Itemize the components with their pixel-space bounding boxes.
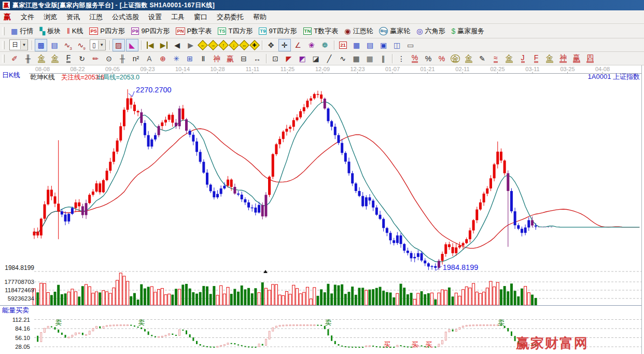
menu-trade[interactable]: 交易委托 [212, 11, 248, 23]
tool-percent-ladder[interactable]: ⋮ [395, 52, 408, 65]
tool-dense-grid-1[interactable]: ▦ [350, 52, 362, 65]
tool-next-bar[interactable]: ▶ [185, 39, 197, 51]
tool-fan-red[interactable]: ◤ [283, 52, 295, 65]
tool-qiankun-pattern[interactable]: ▨ [113, 39, 125, 51]
tool-crosshair-tool[interactable]: ✛ [278, 39, 291, 51]
tool-price-ruler[interactable]: ╫ [116, 52, 129, 65]
tool-time-circle[interactable]: ⊙ [103, 52, 115, 65]
tool-circle-target[interactable]: ⊕ [157, 52, 169, 65]
tool-cycle-spiral[interactable]: ↻ [76, 52, 88, 65]
p-square[interactable]: PSP四方形 [86, 25, 128, 37]
tool-brush-mark[interactable]: ✎ [476, 52, 488, 65]
menu-logo-icon[interactable]: 赢 [4, 12, 11, 22]
tool-ying-tool[interactable]: 赢 [224, 52, 236, 65]
diamond-zoom-in-icon[interactable]: ↑ [218, 40, 229, 50]
tool-volume-profile[interactable]: ◣ [126, 39, 138, 51]
winner-service[interactable]: $赢家服务 [449, 25, 488, 37]
tool-gann-grid[interactable]: ╫ [22, 52, 34, 65]
chevron-down-icon[interactable]: ▼ [98, 40, 105, 49]
menu-settings[interactable]: 设置 [144, 11, 166, 23]
t-number-table[interactable]: TNT数字表 [300, 25, 342, 37]
sectors[interactable]: ▚板块 [36, 25, 64, 37]
tool-calculator[interactable]: ▦ [351, 39, 363, 51]
tool-calendar-21[interactable]: 21 [337, 39, 349, 51]
tool-grid-price-time[interactable]: ⊟ [237, 52, 250, 65]
tool-first-page[interactable]: ◀ [144, 39, 157, 51]
tool-save-disk[interactable]: ▣ [377, 39, 390, 51]
tool-f-angle[interactable]: F [530, 52, 542, 65]
tool-parallel-rays[interactable]: ∥ [377, 52, 389, 65]
tool-gold-sequence-1[interactable]: 金 [35, 52, 48, 65]
tool-prev-bar[interactable]: ◀ [171, 39, 184, 51]
menu-help[interactable]: 帮助 [248, 11, 271, 23]
tool-gann-flower[interactable]: ❀ [305, 39, 318, 51]
diamond-fit-all-icon[interactable]: ✚ [249, 40, 260, 50]
hexagon[interactable]: ◎六角形 [413, 25, 448, 37]
menu-view[interactable]: 浏览 [39, 11, 62, 23]
tool-percent-red[interactable]: % [409, 52, 421, 65]
quotes[interactable]: ▦行情 [8, 25, 36, 37]
tool-square-target[interactable]: ⊞ [184, 52, 196, 65]
menu-gann[interactable]: 江恩 [85, 11, 107, 23]
tool-wave-band[interactable]: ≈ [489, 52, 502, 65]
winner-wheel[interactable]: Big赢家轮 [376, 25, 413, 37]
tool-k-compare[interactable]: Ⅱ [197, 52, 209, 65]
tool-last-page[interactable]: ▶ [158, 39, 170, 51]
tool-export-web[interactable]: ◫ [391, 39, 403, 51]
tool-f10-info[interactable]: ▤ [48, 39, 61, 51]
tool-a-channel[interactable]: A [143, 52, 156, 65]
tool-star-rays[interactable]: ✳ [170, 52, 183, 65]
tool-j-angle[interactable]: J [516, 52, 529, 65]
tool-percent-plain[interactable]: % [422, 52, 435, 65]
tool-zigzag-wave[interactable]: ∿ [337, 52, 349, 65]
menu-file[interactable]: 文件 [16, 11, 39, 23]
tool-printer[interactable]: ▭ [404, 39, 417, 51]
tool-percent-line[interactable]: % [436, 52, 448, 65]
tool-wave-segment-9[interactable]: ∿9 [75, 39, 88, 51]
tool-ying-angle[interactable]: 赢 [570, 52, 583, 65]
tool-notepad[interactable]: ▤ [364, 39, 376, 51]
tool-hand-tool[interactable]: ✥ [265, 39, 277, 51]
tool-box-chart[interactable]: ⊡ [269, 52, 282, 65]
tool-width-span[interactable]: ↔ [251, 52, 263, 65]
9t-square[interactable]: T99T四方形 [256, 25, 300, 37]
diamond-fit-width-icon[interactable]: ↔ [239, 40, 249, 50]
menu-tools[interactable]: 工具 [166, 11, 189, 23]
tool-gold-sequence-2[interactable]: 金 [49, 52, 61, 65]
tool-n-square[interactable]: n² [130, 52, 142, 65]
chevron-down-icon[interactable]: ▼ [20, 40, 27, 49]
tool-gold-rays[interactable]: 金 [503, 52, 515, 65]
tool-fan-purple[interactable]: ◩ [296, 52, 309, 65]
p-number-table[interactable]: PNP数字表 [173, 25, 215, 37]
tool-gold-circle[interactable]: 金 [449, 52, 461, 65]
tool-wave-segment-3[interactable]: ∿3 [62, 39, 74, 51]
diamond-pan-left-icon[interactable]: ← [198, 40, 208, 50]
tool-dragon-tool[interactable]: ❁ [319, 39, 331, 51]
menu-formula[interactable]: 公式选股 [107, 11, 144, 23]
tool-shen-tool[interactable]: 神 [211, 52, 223, 65]
tool-gold-band[interactable]: 金 [463, 52, 475, 65]
tool-region-zoom[interactable]: ▩ [35, 39, 47, 51]
gann-wheel[interactable]: ◉江恩轮 [341, 25, 376, 37]
period-selector[interactable]: 日▼ [9, 39, 28, 50]
tool-draw-pencil[interactable]: ✐ [8, 52, 21, 65]
menu-news[interactable]: 资讯 [62, 11, 85, 23]
kline[interactable]: ǁK线 [64, 25, 86, 37]
candle-style-selector[interactable]: ▯▼ [90, 39, 106, 50]
tool-shen-angle[interactable]: 神 [557, 52, 569, 65]
t-square[interactable]: TST四方形 [215, 25, 256, 37]
tool-dense-grid-2[interactable]: ▦ [363, 52, 376, 65]
tool-pencil-ruler[interactable]: ✏ [89, 52, 102, 65]
tool-trend-ray[interactable]: ╱ [323, 52, 335, 65]
tool-si-angle[interactable]: 四 [584, 52, 596, 65]
diamond-zoom-out-icon[interactable]: ↓ [229, 40, 239, 50]
diamond-pan-right-icon[interactable]: → [208, 40, 218, 50]
tool-fib-ruler[interactable]: F [62, 52, 75, 65]
tool-angle-measure[interactable]: ∠ [292, 39, 304, 51]
tool-fan-dark[interactable]: ◪ [310, 52, 322, 65]
arrow-glyph: ↑ [222, 43, 225, 47]
tool-gold-angle[interactable]: 金 [543, 52, 556, 65]
kline-chart[interactable]: 08-0808-2209-0509-2310-1410-2811-1111-25… [0, 65, 644, 354]
menu-window[interactable]: 窗口 [189, 11, 212, 23]
9p-square[interactable]: P99P四方形 [128, 25, 173, 37]
